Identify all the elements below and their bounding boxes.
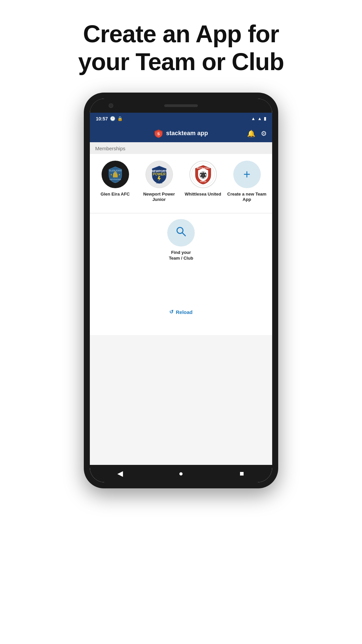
recent-button[interactable]: ■ bbox=[235, 467, 248, 480]
glen-eira-avatar: GLEN EIRA AFC GRYPHONS bbox=[102, 161, 129, 188]
lock-icon: 🔒 bbox=[117, 116, 123, 121]
wifi-icon: ▲ bbox=[251, 116, 255, 121]
signal-icon: ▲ bbox=[257, 116, 262, 121]
app-content: Memberships GLEN EIRA AFC bbox=[90, 142, 272, 465]
whittlesea-logo-icon: WHITTLESEA UNITED bbox=[191, 163, 215, 186]
svg-text:WHITTLESEA: WHITTLESEA bbox=[196, 167, 210, 169]
newport-logo-icon: NEWPORT POWER JUNIOR bbox=[147, 163, 171, 186]
reload-icon: ↺ bbox=[169, 309, 174, 315]
clock-icon: 🕐 bbox=[110, 116, 115, 121]
logo-text: stackteam app bbox=[166, 130, 208, 137]
find-team-label: Find your Team / Club bbox=[169, 250, 193, 261]
reload-button[interactable]: ↺ Reload bbox=[169, 309, 192, 315]
phone-nav-bar: ◀ ● ■ bbox=[90, 465, 272, 482]
newport-label: Newport Power Junior bbox=[139, 192, 179, 203]
whittlesea-avatar: WHITTLESEA UNITED bbox=[189, 161, 217, 188]
app-header: S stackteam app 🔔 ⚙ bbox=[90, 125, 272, 142]
svg-text:S: S bbox=[158, 132, 160, 136]
find-team-section[interactable]: Find your Team / Club bbox=[90, 213, 272, 268]
memberships-label: Memberships bbox=[90, 142, 272, 154]
reload-label: Reload bbox=[176, 309, 192, 315]
phone-top-bar bbox=[90, 99, 272, 113]
svg-text:GRYPHONS: GRYPHONS bbox=[109, 178, 121, 180]
membership-item-whittlesea[interactable]: WHITTLESEA UNITED Whittlesea United bbox=[181, 161, 225, 206]
reload-section: ↺ Reload bbox=[90, 309, 272, 315]
glen-eira-label: Glen Eira AFC bbox=[101, 192, 130, 197]
membership-item-newport[interactable]: NEWPORT POWER JUNIOR Newport Power Junio… bbox=[137, 161, 181, 206]
create-new-avatar: + bbox=[233, 161, 261, 188]
time-display: 10:57 bbox=[96, 116, 108, 121]
newport-avatar: NEWPORT POWER JUNIOR bbox=[145, 161, 173, 188]
stack-shield-icon: S bbox=[154, 129, 163, 138]
memberships-grid: GLEN EIRA AFC GRYPHONS Glen Eira AFC bbox=[90, 154, 272, 213]
app-logo: S stackteam app bbox=[154, 129, 208, 138]
home-button[interactable]: ● bbox=[174, 467, 188, 480]
plus-icon: + bbox=[243, 168, 250, 180]
battery-icon: ▮ bbox=[264, 116, 266, 121]
create-new-label: Create a new Team App bbox=[227, 192, 267, 203]
membership-item-glen-eira[interactable]: GLEN EIRA AFC GRYPHONS Glen Eira AFC bbox=[93, 161, 137, 206]
page-heading: Create an App for your Team or Club bbox=[78, 20, 284, 76]
svg-text:UNITED: UNITED bbox=[200, 180, 206, 182]
svg-text:POWER: POWER bbox=[153, 172, 166, 176]
whittlesea-label: Whittlesea United bbox=[185, 192, 221, 197]
gryphons-logo-icon: GLEN EIRA AFC GRYPHONS bbox=[104, 163, 127, 186]
status-bar: 10:57 🕐 🔒 ▲ ▲ ▮ bbox=[90, 113, 272, 125]
back-button[interactable]: ◀ bbox=[114, 467, 127, 480]
membership-item-create-new[interactable]: + Create a new Team App bbox=[225, 161, 269, 206]
find-team-button[interactable] bbox=[167, 219, 195, 247]
search-icon bbox=[175, 225, 187, 240]
phone-shell: 10:57 🕐 🔒 ▲ ▲ ▮ S stackteam bbox=[84, 93, 278, 488]
phone-camera bbox=[109, 103, 113, 108]
settings-icon[interactable]: ⚙ bbox=[261, 129, 267, 138]
phone-speaker bbox=[164, 104, 198, 107]
bell-icon[interactable]: 🔔 bbox=[247, 129, 255, 138]
svg-text:JUNIOR: JUNIOR bbox=[156, 182, 162, 184]
empty-content-area: ↺ Reload bbox=[90, 268, 272, 335]
svg-line-14 bbox=[182, 233, 185, 236]
